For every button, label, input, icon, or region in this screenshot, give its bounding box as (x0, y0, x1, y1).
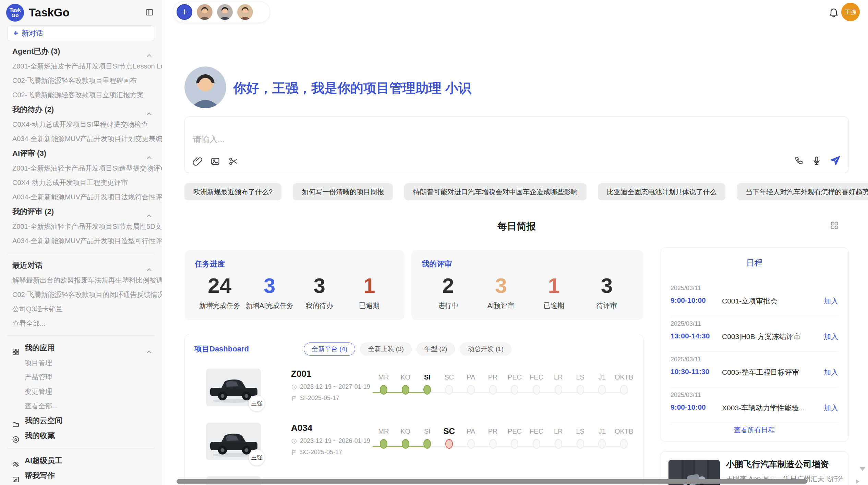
mic-icon[interactable] (811, 156, 822, 166)
milestone: J1 (591, 426, 613, 453)
layout-grid-icon[interactable] (830, 221, 839, 230)
suggestion-chip[interactable]: 特朗普可能对进口汽车增税会对中国车企造成哪些影响 (404, 183, 587, 200)
schedule-time: 9:00-10:00 (671, 403, 706, 411)
list-item[interactable]: Z001-全新燃油轻卡产品开发项目SI节点属性5D文件评审 (0, 219, 162, 234)
milestone: SC (438, 372, 460, 399)
section-my-review[interactable]: 我的评审 (2) (0, 204, 162, 219)
view-all-link[interactable]: 查看全部... (0, 399, 162, 413)
tab-year-model[interactable]: 年型 (2) (417, 343, 455, 356)
milestone-track: MRKOSISCPAPRPECFECLRLSJ1OKTB (373, 372, 635, 399)
tab-powertrain[interactable]: 动总开发 (1) (460, 343, 511, 356)
join-button[interactable]: 加入 (824, 403, 838, 413)
task-progress-card: 任务进度 24 新增完成任务 3 新增AI完成任务 3 我的待办 1 已逾期 (184, 250, 405, 320)
send-icon[interactable] (829, 155, 841, 166)
milestone: PA (460, 372, 482, 399)
tab-new-platform[interactable]: 全新平台 (4) (304, 343, 355, 356)
sidebar-collapse-icon[interactable] (145, 8, 154, 17)
milestone: MR (373, 372, 395, 399)
avatar[interactable] (197, 4, 213, 20)
people-icon (12, 457, 20, 468)
image-icon[interactable] (210, 156, 220, 166)
daily-briefing-title: 每日简报 (184, 220, 849, 233)
milestone: J1 (591, 372, 613, 399)
suggestion-chip[interactable]: 欧洲新规最近颁布了什么? (184, 183, 281, 200)
sidebar-item-change-mgmt[interactable]: 变更管理 (0, 384, 162, 399)
list-item[interactable]: 解释最新出台的欧盟报废车法规再生塑料比例被调至15%... (0, 273, 162, 287)
milestone: KO (395, 426, 417, 453)
project-flag-date: SC-2025-05-17 (291, 449, 370, 456)
list-item[interactable]: A034-全新新能源MUV产品开发项目计划变更表编写 (0, 132, 162, 146)
section-my-todo[interactable]: 我的待办 (2) (0, 102, 162, 117)
schedule-title: 日程 (660, 257, 848, 268)
milestone: LS (569, 372, 591, 399)
list-item[interactable]: C0X4-动力总成开发项目SI里程碑提交物检查 (0, 117, 162, 132)
suggestion-chip[interactable]: 如何写一份清晰的项目周报 (293, 183, 393, 200)
join-button[interactable]: 加入 (824, 368, 838, 377)
list-item[interactable]: Z001-全新燃油轻卡产品开发项目SI造型提交物评审 (0, 161, 162, 175)
chevron-up-icon[interactable] (145, 208, 153, 219)
list-item[interactable]: C02-飞腾新能源轻客改款项目的闭环通告反馈情况 (0, 287, 162, 302)
stat: 1 已逾期 (528, 273, 580, 310)
schedule-time: 9:00-10:00 (671, 296, 706, 304)
join-button[interactable]: 加入 (824, 296, 838, 306)
list-item[interactable]: A034-全新新能源MUV产品开发项目造型可行性评审 (0, 234, 162, 248)
new-chat-button[interactable]: + 新对话 (8, 25, 154, 41)
suggestion-chip[interactable]: 当下年轻人对汽车外观有怎样的喜好趋势 (737, 183, 868, 200)
phone-icon[interactable] (794, 156, 804, 166)
suggestion-chip[interactable]: 比亚迪全固态电池计划具体说了什么 (598, 183, 725, 200)
sidebar-item-favorites[interactable]: 我的收藏 (0, 428, 162, 443)
card-title: 任务进度 (195, 259, 394, 269)
milestone: KO (395, 372, 417, 399)
section-recent-chats[interactable]: 最近对话 (0, 258, 162, 273)
avatar[interactable] (217, 4, 233, 20)
stat: 24 新增完成任务 (195, 273, 245, 310)
user-avatar[interactable]: 王强 (841, 3, 860, 21)
notification-bell-icon[interactable] (828, 7, 839, 18)
sidebar-item-product-mgmt[interactable]: 产品管理 (0, 370, 162, 384)
list-item[interactable]: A034-全新新能源MUV产品开发项目法规符合性评审 (0, 190, 162, 204)
join-button[interactable]: 加入 (824, 332, 838, 341)
chevron-up-icon[interactable] (145, 106, 153, 117)
project-row[interactable]: 王强 A034 2023-12-19 ~ 2026-01-19 SC-2025-… (194, 423, 635, 475)
stat: 3 待评审 (580, 273, 633, 310)
app-title: TaskGo (29, 6, 70, 19)
project-row[interactable]: 王强 Z001 2023-12-19 ~ 2027-01-19 SI-2025-… (194, 369, 635, 421)
stat: 3 我的待办 (294, 273, 345, 310)
list-item[interactable]: C0X4-动力总成开发项目工程变更评审 (0, 175, 162, 190)
chevron-up-icon[interactable] (145, 48, 153, 59)
chevron-up-icon[interactable] (145, 262, 153, 273)
sidebar-header: Task Go TaskGo (0, 0, 162, 21)
list-item[interactable]: Z001-全新燃油皮卡产品开发项目SI节点Lesson Learn报告 (0, 59, 162, 73)
chevron-up-icon[interactable] (145, 344, 153, 356)
milestone: SI (417, 372, 438, 399)
scroll-down-arrow[interactable] (860, 467, 865, 471)
tab-new-body[interactable]: 全新上装 (3) (360, 343, 412, 356)
avatar[interactable] (237, 4, 253, 20)
project-dates: 2023-12-19 ~ 2026-01-19 (291, 437, 370, 445)
sidebar-item-creative-draw[interactable]: 创意制图 (0, 483, 162, 485)
stat: 3 新增AI完成任务 (245, 273, 295, 310)
sidebar-item-help-write[interactable]: 帮我写作 (0, 468, 162, 483)
plus-icon: + (13, 28, 18, 38)
milestone: PEC (504, 372, 526, 399)
view-all-link[interactable]: 查看全部... (0, 316, 162, 331)
horizontal-scrollbar[interactable] (177, 479, 807, 484)
section-ai-review[interactable]: AI评审 (3) (0, 146, 162, 161)
scissors-icon[interactable] (228, 156, 238, 166)
sidebar-item-ai-super-staff[interactable]: AI超级员工 (0, 453, 162, 468)
sidebar-item-project-mgmt[interactable]: 项目管理 (0, 356, 162, 370)
sidebar-item-cloud-space[interactable]: 我的云空间 (0, 413, 162, 428)
chevron-up-icon[interactable] (145, 150, 153, 161)
message-input[interactable] (193, 135, 707, 144)
schedule-date: 2025/03/11 (671, 285, 701, 292)
list-item[interactable]: 公司Q3轻卡销量 (0, 302, 162, 316)
scroll-right-arrow[interactable] (856, 479, 859, 484)
view-all-schedule-link[interactable]: 查看所有日程 (660, 425, 848, 435)
add-agent-button[interactable]: + (177, 4, 192, 20)
section-agent-done[interactable]: Agent已办 (3) (0, 44, 162, 59)
favorites-icon (12, 432, 20, 443)
attachment-icon[interactable] (192, 156, 203, 166)
list-item[interactable]: C02-飞腾新能源轻客改款项目里程碑画布 (0, 73, 162, 88)
list-item[interactable]: C02-飞腾新能源轻客改款项目立项汇报方案 (0, 88, 162, 102)
sidebar-item-my-apps[interactable]: 我的应用 (0, 340, 162, 356)
